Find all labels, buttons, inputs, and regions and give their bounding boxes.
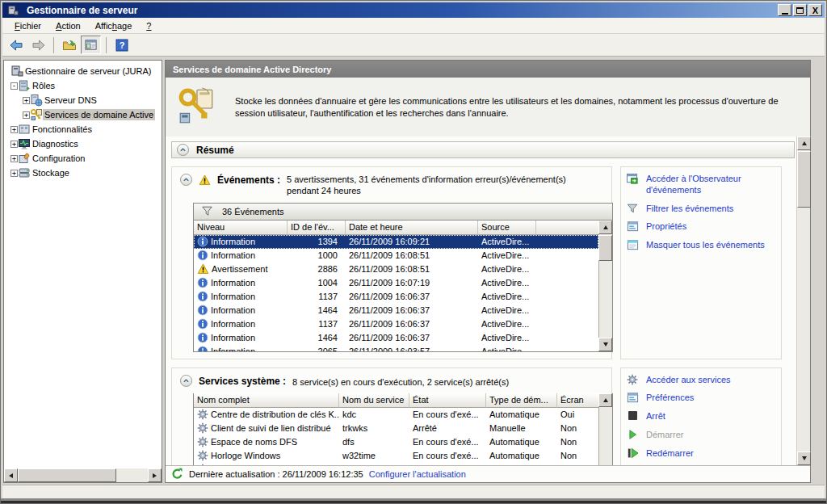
scroll-up-button[interactable] [797, 136, 811, 150]
column-header-Source[interactable]: Source [478, 220, 536, 235]
table-row[interactable]: Information100026/11/2009 16:08:51Active… [194, 249, 598, 262]
config-icon [18, 152, 31, 165]
scroll-thumb[interactable] [598, 235, 612, 261]
events-list-title: 36 Événements [193, 203, 613, 220]
scroll-track[interactable] [116, 468, 148, 482]
table-row[interactable]: Information146426/11/2009 16:06:37Active… [194, 331, 598, 345]
column-header-ID de l'év...[interactable]: ID de l'év... [288, 220, 346, 235]
table-row[interactable]: Avertissement288626/11/2009 16:08:51Acti… [194, 262, 598, 276]
services-vertical-scrollbar[interactable] [598, 393, 612, 465]
restart-icon [626, 447, 639, 459]
column-header-Date et heure[interactable]: Date et heure [346, 220, 478, 235]
action-link-redémarrer[interactable]: Redémarrer [626, 448, 776, 460]
table-row[interactable]: Centre de distribution de clés K...kdcEn… [194, 408, 598, 422]
column-header--tat[interactable]: État [409, 393, 486, 408]
action-link-label: Préférences [646, 393, 694, 404]
table-row[interactable]: Espace de noms DFSdfsEn cours d'exé...Au… [194, 435, 598, 449]
action-link-démarrer[interactable]: Démarrer [626, 430, 776, 441]
configure-refresh-link[interactable]: Configurer l'actualisation [369, 469, 466, 479]
table-row[interactable]: Information113726/11/2009 16:06:37Active… [194, 290, 598, 304]
expand-expander-icon[interactable]: + [10, 170, 18, 177]
action-link-arr-t[interactable]: Arrêt [626, 411, 776, 422]
sidebar-item-r-les[interactable]: -Rôles [4, 78, 162, 93]
action-link-label: Masquer tous les événements [646, 240, 765, 251]
console-window-button[interactable] [81, 36, 101, 54]
screen-cell: Non [557, 451, 598, 460]
table-row[interactable]: Information113726/11/2009 16:06:37Active… [194, 317, 598, 331]
expand-expander-icon[interactable]: + [10, 141, 18, 148]
title-bar[interactable]: Gestionnaire de serveur X [2, 2, 825, 18]
scroll-left-button[interactable] [4, 468, 18, 482]
close-button[interactable]: X [808, 4, 822, 16]
sidebar-item-serveur-dns[interactable]: +Serveur DNS [4, 93, 162, 107]
action-link-accéder-l-observateur-d-événements[interactable]: Accéder à l'Observateur d'événements [626, 174, 776, 196]
expand-expander-icon[interactable]: + [10, 126, 18, 133]
scroll-down-button[interactable] [797, 452, 811, 465]
tree-horizontal-scrollbar[interactable] [4, 468, 162, 482]
summary-section-bar[interactable]: Résumé [171, 141, 795, 158]
back-arrow-button[interactable] [6, 36, 27, 54]
info-icon [197, 304, 208, 316]
scroll-thumb[interactable] [18, 468, 116, 482]
tree-root-item[interactable]: Gestionnaire de serveur (JURA) [4, 64, 162, 78]
scroll-thumb[interactable] [797, 151, 811, 208]
menu-item-action[interactable]: Action [48, 19, 88, 33]
collapse-services-button[interactable] [180, 375, 192, 387]
menu-item-hage[interactable]: Affichage [88, 19, 140, 33]
table-row[interactable]: Information206526/11/2009 16:03:57Active… [194, 345, 598, 351]
help-button[interactable]: ? [111, 36, 132, 54]
scroll-down-button[interactable] [598, 338, 612, 351]
expand-expander-icon[interactable]: + [10, 155, 18, 162]
table-row[interactable]: Information139426/11/2009 16:09:21Active… [194, 235, 598, 249]
sidebar-item-configuration[interactable]: +Configuration [4, 151, 162, 166]
service-name-cell: Horloge Windows [194, 450, 339, 461]
startup-type-cell: Manuelle [486, 423, 557, 433]
event-id-cell: 1137 [288, 319, 346, 329]
main-vertical-scrollbar[interactable] [796, 136, 810, 465]
minimize-icon [782, 13, 788, 15]
minimize-button[interactable] [778, 4, 791, 16]
table-row[interactable]: Horloge Windowsw32timeEn cours d'exé...A… [194, 449, 598, 463]
scroll-up-button[interactable] [598, 393, 612, 407]
sidebar-item-diagnostics[interactable]: +Diagnostics [4, 136, 162, 151]
action-link-propriétés[interactable]: Propriétés [626, 221, 776, 233]
column-header-type-de-d-m-[interactable]: Type de dém... [486, 393, 557, 408]
action-link-masquer-tous-les-événements[interactable]: Masquer tous les événements [626, 240, 776, 251]
menu-item-?[interactable]: ? [139, 19, 158, 33]
events-vertical-scrollbar[interactable] [598, 220, 612, 351]
menu-item-fichier[interactable]: Fichier [7, 19, 48, 33]
ad-icon [30, 108, 43, 121]
sidebar-item-stockage[interactable]: +Stockage [4, 166, 162, 180]
table-row[interactable]: Information100426/11/2009 16:07:19Active… [194, 276, 598, 290]
forward-arrow-button[interactable] [28, 36, 48, 54]
collapse-events-button[interactable] [180, 174, 192, 186]
column-header-nom-du-service[interactable]: Nom du service [339, 393, 409, 408]
sidebar-item-fonctionnalit-s[interactable]: +Fonctionnalités [4, 122, 162, 136]
collapse-summary-button[interactable] [177, 144, 189, 156]
short-name-cell: trkwks [339, 423, 409, 433]
scroll-right-button[interactable] [148, 468, 162, 482]
expand-expander-icon[interactable]: + [23, 111, 30, 119]
properties-icon [626, 392, 639, 404]
maximize-button[interactable] [793, 4, 807, 16]
column-header-nom-complet[interactable]: Nom complet [194, 393, 339, 408]
table-row[interactable]: Client de suivi de lien distribuétrkwksA… [194, 422, 598, 435]
scroll-up-button[interactable] [598, 220, 612, 234]
column-header--cran[interactable]: Écran [557, 393, 600, 408]
column-header-Niveau[interactable]: Niveau [194, 220, 288, 235]
action-link-label: Arrêt [646, 411, 665, 422]
action-link-préférences[interactable]: Préférences [626, 393, 776, 404]
action-link-accéder-aux-services[interactable]: Accéder aux services [626, 375, 776, 386]
startup-type-cell: Automatique [486, 437, 557, 447]
source-cell: ActiveDire... [478, 237, 536, 246]
forward-arrow-icon [31, 39, 46, 52]
sidebar-item-services-de-domaine-active[interactable]: +Services de domaine Active [4, 107, 162, 122]
export-console-button[interactable] [59, 36, 79, 54]
services-table: Nom completNom du serviceÉtatType de dém… [193, 393, 613, 465]
server-manager-app-icon [7, 4, 20, 17]
expand-expander-icon[interactable]: + [23, 97, 30, 104]
column-header-blank[interactable] [536, 220, 598, 235]
collapse-expander-icon[interactable]: - [10, 82, 18, 90]
table-row[interactable]: Information146426/11/2009 16:06:37Active… [194, 304, 598, 317]
action-link-filtrer-les-événements[interactable]: Filtrer les événements [626, 204, 776, 215]
